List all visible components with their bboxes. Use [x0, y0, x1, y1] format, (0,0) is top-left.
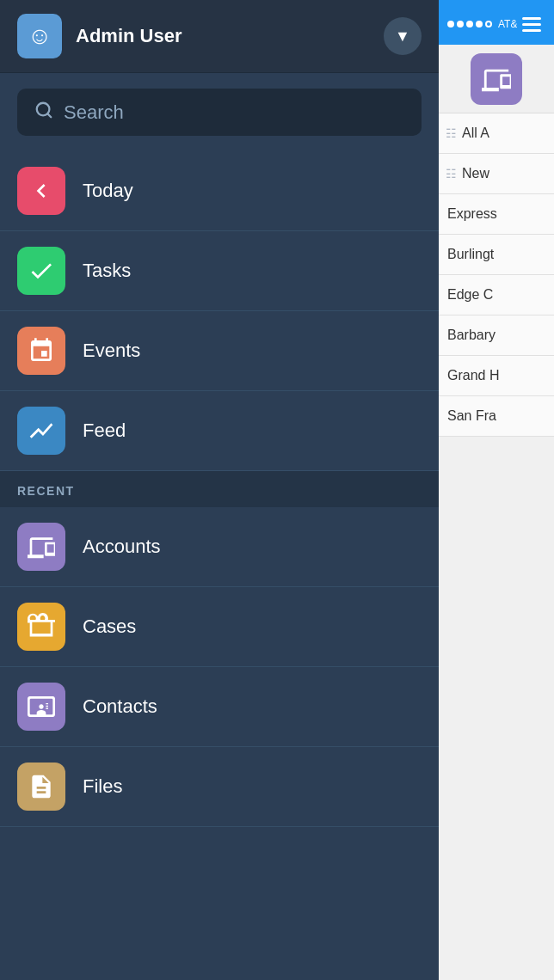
- hamburger-line-2: [522, 23, 541, 26]
- tasks-icon: [17, 247, 65, 295]
- search-icon: [34, 101, 53, 124]
- signal-dot-4: [476, 21, 483, 28]
- all-accounts-label: All A: [462, 126, 489, 141]
- signal-dot-5: [485, 21, 492, 28]
- sidebar-item-today-label: Today: [83, 180, 133, 202]
- hamburger-line-3: [522, 29, 541, 32]
- sidebar-item-events-label: Events: [83, 340, 140, 362]
- avatar: ☺: [17, 14, 62, 58]
- svg-line-1: [47, 113, 51, 117]
- status-bar: AT&: [439, 0, 554, 45]
- sidebar-item-today[interactable]: Today: [0, 151, 439, 231]
- nav-list: Today Tasks Events Feed RECENT: [0, 151, 439, 980]
- hamburger-line-1: [522, 17, 541, 20]
- signal-dot-2: [457, 21, 464, 28]
- right-accounts-icon-box: [471, 53, 522, 105]
- sidebar-item-accounts-label: Accounts: [83, 536, 161, 558]
- right-accounts-icon-area[interactable]: [439, 45, 554, 113]
- signal-indicator: AT&: [447, 18, 517, 30]
- account-name-sanfra: San Fra: [447, 408, 496, 423]
- search-bar: [17, 89, 422, 136]
- sidebar-item-events[interactable]: Events: [0, 311, 439, 391]
- hamburger-menu-button[interactable]: [517, 12, 546, 37]
- sidebar-item-cases-label: Cases: [83, 616, 136, 638]
- sidebar-item-contacts-label: Contacts: [83, 695, 157, 718]
- search-input[interactable]: [64, 101, 404, 124]
- right-all-accounts[interactable]: ☷ All A: [439, 113, 554, 154]
- search-container: [0, 73, 439, 151]
- sidebar-header: ☺ Admin User ▼: [0, 0, 439, 73]
- chevron-down-icon: ▼: [395, 28, 410, 44]
- user-name: Admin User: [76, 25, 384, 47]
- dropdown-button[interactable]: ▼: [384, 17, 422, 55]
- right-account-express[interactable]: Express: [439, 194, 554, 235]
- right-account-burlington[interactable]: Burlingt: [439, 235, 554, 275]
- contacts-icon: [17, 683, 65, 731]
- list-icon-2: ☷: [446, 167, 457, 181]
- right-account-grand[interactable]: Grand H: [439, 356, 554, 396]
- sidebar-item-files-label: Files: [83, 775, 122, 798]
- sidebar-item-feed[interactable]: Feed: [0, 391, 439, 471]
- sidebar-item-contacts[interactable]: Contacts: [0, 667, 439, 747]
- account-name-express: Express: [447, 206, 497, 221]
- cases-icon: [17, 603, 65, 651]
- account-name-edge: Edge C: [447, 287, 493, 302]
- signal-dot-1: [447, 21, 454, 28]
- account-name-barbary: Barbary: [447, 328, 496, 342]
- sidebar-item-files[interactable]: Files: [0, 747, 439, 827]
- feed-icon: [17, 407, 65, 455]
- signal-dot-3: [466, 21, 473, 28]
- account-name-grand: Grand H: [447, 368, 499, 383]
- right-account-barbary[interactable]: Barbary: [439, 315, 554, 356]
- sidebar-item-tasks-label: Tasks: [83, 260, 131, 282]
- right-panel: AT& ☷ All A ☷ New Express Burlingt Edge …: [439, 0, 554, 980]
- new-label: New: [462, 166, 489, 181]
- sidebar-item-feed-label: Feed: [83, 420, 126, 442]
- right-account-edge[interactable]: Edge C: [439, 275, 554, 315]
- avatar-icon: ☺: [28, 22, 52, 50]
- sidebar-item-tasks[interactable]: Tasks: [0, 231, 439, 311]
- right-new-item[interactable]: ☷ New: [439, 154, 554, 194]
- recent-section-label: RECENT: [17, 484, 75, 498]
- sidebar: ☺ Admin User ▼ Today: [0, 0, 439, 980]
- account-name-burlington: Burlingt: [447, 247, 494, 261]
- recent-section-header: RECENT: [0, 471, 439, 507]
- today-icon: [17, 167, 65, 215]
- carrier-text: AT&: [498, 18, 517, 30]
- sidebar-item-cases[interactable]: Cases: [0, 587, 439, 667]
- list-icon-1: ☷: [446, 126, 457, 140]
- files-icon: [17, 763, 65, 811]
- accounts-icon: [17, 523, 65, 571]
- right-account-sanfra[interactable]: San Fra: [439, 396, 554, 437]
- sidebar-item-accounts[interactable]: Accounts: [0, 507, 439, 587]
- events-icon: [17, 327, 65, 375]
